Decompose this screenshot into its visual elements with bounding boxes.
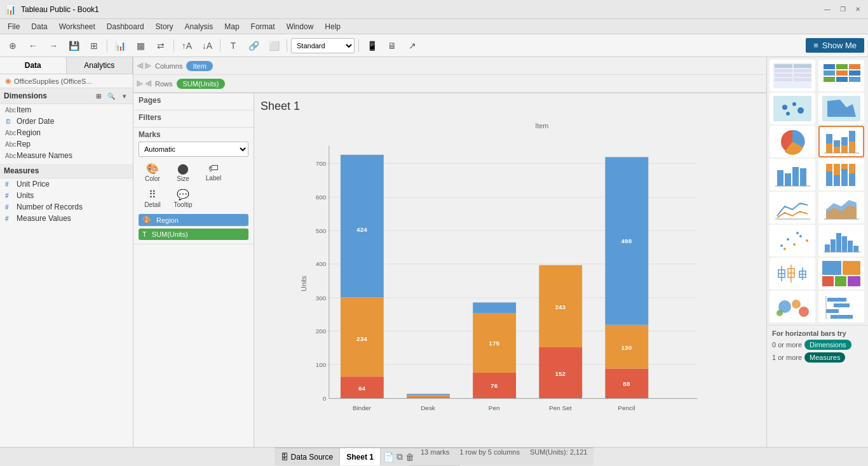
- title-bar: 📊 Tableau Public - Book1 — ❐ ✕: [0, 0, 868, 19]
- annotate-button[interactable]: 🔗: [245, 37, 262, 54]
- svg-point-52: [780, 244, 783, 247]
- dim-item-order-date[interactable]: 🗓 Order Date: [0, 116, 133, 127]
- data-source-tab[interactable]: 🗄 Data Source: [275, 448, 341, 465]
- svg-rect-5: [775, 74, 792, 77]
- measure-item-unit-price[interactable]: # Unit Price: [0, 178, 133, 190]
- close-button[interactable]: ✕: [853, 4, 863, 15]
- units-mark-pill[interactable]: T SUM(Units): [139, 229, 248, 240]
- showme-text-table[interactable]: [770, 60, 815, 91]
- status-sum: SUM(Units): 2,121: [530, 448, 587, 465]
- showme-stacked-bar[interactable]: [770, 159, 815, 190]
- delete-sheet-icon[interactable]: 🗑: [405, 452, 414, 462]
- color-button[interactable]: 🎨 Color: [139, 161, 166, 184]
- svg-rect-16: [824, 77, 835, 82]
- swap-button[interactable]: ⇄: [152, 37, 170, 54]
- label-button[interactable]: 🏷 Label: [200, 161, 227, 184]
- marks-type-dropdown[interactable]: Automatic Bar Line Area: [139, 142, 248, 157]
- menu-file[interactable]: File: [3, 21, 25, 32]
- add-data-button[interactable]: ⊞: [85, 37, 103, 54]
- rows-icon: ⫸⫷: [136, 79, 153, 88]
- showme-histogram[interactable]: [818, 225, 864, 256]
- device-button[interactable]: 📱: [363, 37, 381, 54]
- measure-item-measure-values[interactable]: # Measure Values: [0, 213, 133, 224]
- bar-chart-button[interactable]: 📊: [111, 37, 129, 54]
- svg-rect-17: [836, 77, 848, 82]
- showme-map-filled[interactable]: [818, 93, 864, 124]
- showme-scatter[interactable]: [770, 225, 815, 256]
- data-panel: Data Analytics ◉ OfficeSupplies (OfficeS…: [0, 57, 133, 447]
- measure-item-units[interactable]: # Units: [0, 190, 133, 201]
- view-type-dropdown[interactable]: Standard Fit Width Entire View: [291, 38, 355, 53]
- y-tick-400: 400: [316, 260, 327, 267]
- svg-rect-46: [841, 164, 848, 169]
- pages-section: Pages: [133, 93, 254, 110]
- showme-line-chart[interactable]: [770, 192, 815, 223]
- stacked-button[interactable]: ▦: [132, 37, 149, 54]
- dim-item-rep[interactable]: Abc Rep: [0, 138, 133, 150]
- viz-left-panel: Pages Filters Marks Automatic Bar Line A…: [133, 93, 254, 447]
- svg-point-55: [799, 235, 802, 237]
- showme-stacked-100[interactable]: [818, 159, 864, 190]
- desk-x-label: Desk: [421, 404, 435, 411]
- showme-gantt[interactable]: [818, 291, 864, 323]
- dimensions-search-icon[interactable]: 🔍: [106, 91, 116, 101]
- showme-highlight-table[interactable]: [818, 60, 864, 91]
- showme-bar-chart[interactable]: [818, 126, 864, 157]
- tab-data[interactable]: Data: [0, 57, 67, 74]
- dimensions-menu-icon[interactable]: ▾: [119, 91, 129, 101]
- menu-map[interactable]: Map: [219, 21, 244, 32]
- svg-rect-60: [831, 239, 836, 252]
- size-button[interactable]: ⬤ Size: [169, 161, 197, 184]
- detail-button[interactable]: ⠿ Detail: [139, 187, 166, 210]
- menu-window[interactable]: Window: [281, 21, 319, 32]
- showme-bubbles[interactable]: [770, 291, 815, 323]
- dimensions-grid-icon[interactable]: ⊞: [93, 91, 104, 101]
- rows-item-pill[interactable]: SUM(Units): [177, 79, 226, 89]
- menu-worksheet[interactable]: Worksheet: [54, 21, 100, 32]
- forward-button[interactable]: →: [44, 37, 62, 54]
- showme-area-chart[interactable]: [818, 192, 864, 223]
- add-sheet-icon[interactable]: 📄: [383, 452, 394, 462]
- menu-help[interactable]: Help: [320, 21, 346, 32]
- showme-box-plot[interactable]: [770, 258, 815, 290]
- showme-dimensions-hint: 0 or more Dimensions: [772, 340, 863, 350]
- sort-asc-button[interactable]: ↑A: [178, 37, 196, 54]
- columns-item-pill[interactable]: Item: [186, 61, 212, 71]
- dim-item-region[interactable]: Abc Region: [0, 127, 133, 138]
- hash-icon-units: #: [5, 192, 14, 199]
- back-button[interactable]: ←: [24, 37, 42, 54]
- menu-format[interactable]: Format: [246, 21, 280, 32]
- tab-analytics[interactable]: Analytics: [67, 57, 133, 74]
- duplicate-sheet-icon[interactable]: ⧉: [397, 451, 403, 462]
- menu-analysis[interactable]: Analysis: [180, 21, 219, 32]
- present-button[interactable]: 🖥: [383, 37, 401, 54]
- showme-pie[interactable]: [770, 126, 815, 157]
- dimensions-badge: Dimensions: [804, 340, 851, 350]
- menu-dashboard[interactable]: Dashboard: [102, 21, 149, 32]
- share-button[interactable]: ↗: [403, 37, 421, 54]
- text-button[interactable]: T: [224, 37, 242, 54]
- color-icon: 🎨: [146, 163, 159, 175]
- dim-item-measure-names[interactable]: Abc Measure Names: [0, 150, 133, 161]
- sheet1-tab[interactable]: Sheet 1: [340, 448, 381, 465]
- y-tick-200: 200: [316, 328, 327, 335]
- show-me-button[interactable]: ≡ Show Me: [806, 38, 864, 53]
- sort-desc-button[interactable]: ↓A: [198, 37, 216, 54]
- y-tick-300: 300: [316, 295, 327, 302]
- minimize-button[interactable]: —: [822, 4, 832, 15]
- menu-data[interactable]: Data: [26, 21, 52, 32]
- dim-item-item[interactable]: Abc Item: [0, 104, 133, 116]
- measure-item-number-of-records[interactable]: # Number of Records: [0, 201, 133, 213]
- save-button[interactable]: 💾: [65, 37, 83, 54]
- svg-point-23: [786, 112, 790, 116]
- svg-point-58: [796, 232, 799, 234]
- tooltip-button-marks[interactable]: 💬 Tooltip: [169, 187, 197, 210]
- new-sheet-button[interactable]: ⊕: [4, 37, 22, 54]
- showme-treemap[interactable]: [818, 258, 864, 290]
- tooltip-button[interactable]: ⬜: [265, 37, 283, 54]
- restore-button[interactable]: ❐: [837, 4, 848, 15]
- showme-hint: For horizontal bars try 0 or more Dimens…: [767, 325, 868, 366]
- showme-map-dots[interactable]: [770, 93, 815, 124]
- region-mark-pill[interactable]: 🎨 Region: [139, 214, 248, 226]
- menu-story[interactable]: Story: [151, 21, 179, 32]
